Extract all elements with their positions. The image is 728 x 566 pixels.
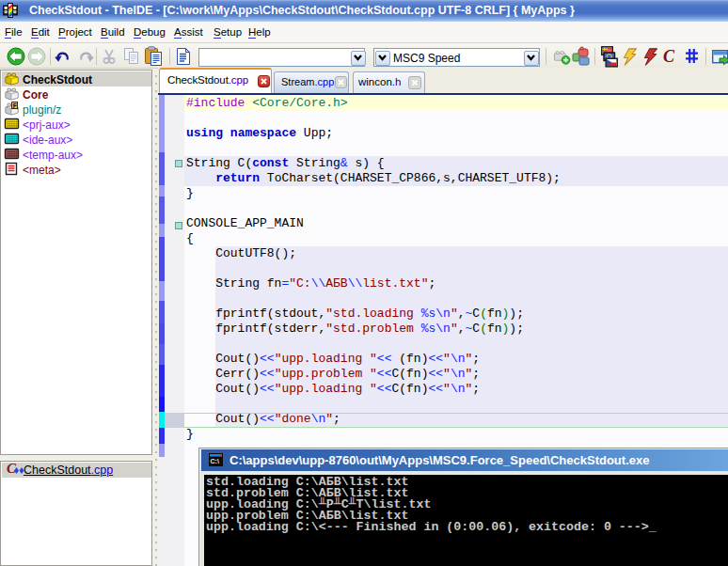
svg-text:F: F [13,102,17,109]
svg-text:C:\: C:\ [211,458,219,464]
